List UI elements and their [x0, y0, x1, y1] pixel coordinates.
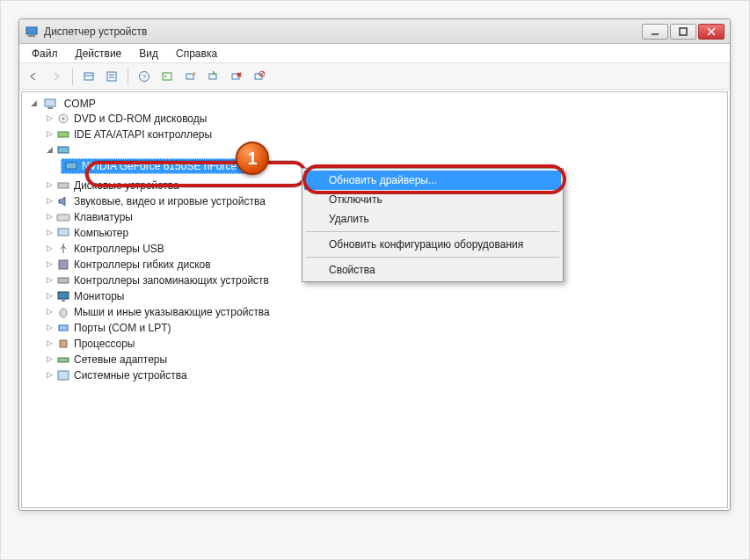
maximize-button[interactable] [670, 24, 696, 40]
svg-rect-0 [26, 27, 37, 34]
tree-item-label[interactable]: Порты (COM и LPT) [74, 322, 171, 334]
svg-rect-24 [47, 107, 53, 109]
floppy-controller-icon [56, 258, 70, 272]
svg-rect-40 [58, 358, 69, 362]
svg-rect-38 [59, 325, 68, 331]
toolbar-update-button[interactable] [202, 66, 223, 87]
context-menu-properties[interactable]: Свойства [304, 260, 561, 280]
svg-rect-33 [59, 260, 68, 269]
expand-icon[interactable]: ▷ [45, 292, 55, 302]
context-menu-disable[interactable]: Отключить [304, 190, 561, 209]
tree-item-label[interactable]: Контроллеры запоминающих устройств [74, 274, 269, 287]
collapse-icon[interactable]: ◢ [45, 146, 55, 156]
tree-item-label[interactable]: Мыши и иные указывающие устройства [74, 306, 270, 318]
minimize-button[interactable] [642, 24, 668, 40]
expand-icon[interactable]: ▷ [45, 276, 55, 286]
svg-text:?: ? [142, 73, 147, 81]
tree-item-label[interactable]: IDE ATA/ATAPI контроллеры [74, 128, 212, 141]
expand-icon[interactable]: ▷ [45, 339, 55, 349]
tree-item-label[interactable]: Мониторы [74, 290, 124, 302]
menu-help[interactable]: Справка [167, 46, 226, 62]
svg-rect-34 [58, 278, 69, 283]
device-tree-panel[interactable]: ◢ COMP ▷DVD и CD-ROM дисководы ▷IDE ATA/… [21, 91, 728, 508]
mouse-icon [56, 305, 70, 319]
context-menu-separator [306, 231, 559, 232]
svg-rect-1 [28, 35, 35, 37]
keyboard-icon [56, 210, 70, 224]
context-menu-scan-hardware[interactable]: Обновить конфигурацию оборудования [304, 235, 561, 254]
svg-rect-39 [60, 340, 67, 347]
display-adapter-icon [56, 143, 70, 157]
toolbar-help-button[interactable]: ? [134, 66, 155, 87]
tree-item-label[interactable]: Сетевые адаптеры [74, 353, 167, 366]
close-button[interactable] [698, 24, 725, 40]
toolbar-scan-button[interactable] [179, 66, 200, 87]
tree-item-label[interactable]: Клавиатуры [74, 211, 133, 223]
expand-icon[interactable]: ▷ [45, 260, 55, 270]
expand-icon[interactable]: ▷ [45, 213, 55, 222]
context-menu-separator [306, 257, 559, 258]
processor-icon [56, 337, 70, 351]
toolbar-back-button[interactable] [23, 66, 44, 87]
svg-rect-30 [58, 183, 69, 188]
display-adapter-icon [64, 159, 78, 173]
storage-controller-icon [56, 273, 70, 287]
ports-icon [56, 321, 70, 335]
tree-item-label[interactable]: Процессоры [74, 338, 135, 350]
menu-view[interactable]: Вид [130, 46, 167, 62]
tree-root-label[interactable]: COMP [64, 98, 96, 110]
expand-icon[interactable]: ▷ [45, 114, 55, 124]
expand-icon[interactable]: ▷ [45, 324, 55, 333]
svg-rect-23 [45, 99, 55, 106]
toolbar-view-button[interactable] [157, 66, 178, 87]
toolbar-show-hidden-button[interactable] [78, 66, 99, 87]
svg-rect-27 [58, 132, 69, 137]
collapse-icon[interactable]: ◢ [29, 99, 39, 109]
disc-drive-icon [56, 112, 70, 126]
computer-icon [56, 226, 70, 240]
system-device-icon [56, 368, 70, 382]
context-menu: Обновить драйверы... Отключить Удалить О… [302, 168, 564, 282]
svg-rect-32 [58, 229, 69, 236]
titlebar[interactable]: Диспетчер устройств [19, 19, 730, 44]
expand-icon[interactable]: ▷ [45, 244, 55, 254]
tree-item-label: NVIDIA GeForce 6150SE nForce 430 [82, 160, 257, 172]
svg-point-37 [60, 309, 67, 317]
window-title: Диспетчер устройств [44, 25, 640, 38]
tree-item-label[interactable]: Дисковые устройства [74, 179, 179, 192]
toolbar-forward-button[interactable] [46, 66, 67, 87]
usb-icon [56, 242, 70, 256]
menu-file[interactable]: Файл [23, 46, 67, 62]
svg-rect-35 [58, 292, 69, 299]
menu-action[interactable]: Действие [67, 46, 131, 62]
toolbar: ? [19, 63, 730, 90]
tree-item-label[interactable]: Контроллеры гибких дисков [74, 258, 211, 271]
context-menu-uninstall[interactable]: Удалить [304, 209, 561, 229]
svg-rect-16 [209, 74, 216, 79]
tree-item-label[interactable]: DVD и CD-ROM дисководы [74, 113, 207, 125]
toolbar-uninstall-button[interactable] [225, 66, 246, 87]
svg-rect-28 [58, 147, 69, 153]
tree-item-label[interactable]: Звуковые, видео и игровые устройства [74, 195, 266, 207]
toolbar-separator [127, 68, 128, 85]
expand-icon[interactable]: ▷ [45, 308, 55, 317]
expand-icon[interactable]: ▷ [45, 197, 55, 207]
device-manager-window: Диспетчер устройств Файл Действие Вид Сп… [18, 18, 731, 511]
tree-item-selected[interactable]: NVIDIA GeForce 6150SE nForce 430 [61, 158, 260, 174]
toolbar-properties-button[interactable] [101, 66, 122, 87]
expand-icon[interactable]: ▷ [45, 181, 55, 191]
expand-icon[interactable]: ▷ [45, 229, 55, 238]
context-menu-update-drivers[interactable]: Обновить драйверы... [304, 171, 561, 190]
computer-icon [43, 97, 57, 111]
network-adapter-icon [56, 353, 70, 367]
expand-icon[interactable]: ▷ [45, 371, 55, 381]
toolbar-disable-button[interactable] [248, 66, 269, 87]
tree-item-label[interactable]: Системные устройства [74, 369, 187, 382]
svg-rect-6 [84, 73, 93, 80]
menubar: Файл Действие Вид Справка [19, 44, 730, 63]
expand-icon[interactable]: ▷ [45, 355, 55, 365]
tree-item-label[interactable]: Контроллеры USB [74, 243, 164, 255]
tree-item-label[interactable]: Компьютер [74, 227, 128, 239]
audio-icon [56, 194, 70, 208]
expand-icon[interactable]: ▷ [45, 130, 55, 140]
